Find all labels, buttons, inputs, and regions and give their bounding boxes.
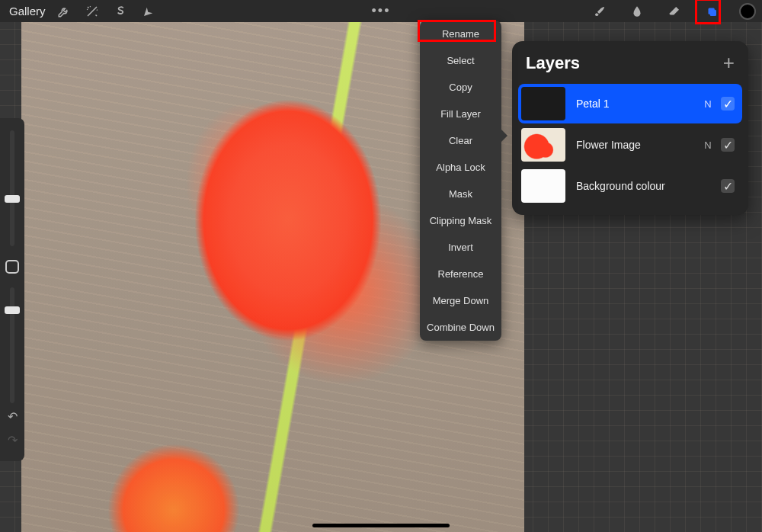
- layer-thumbnail: [521, 87, 565, 120]
- ctx-invert[interactable]: Invert: [420, 234, 501, 261]
- layer-row-flower-image[interactable]: Flower Image N ✓: [518, 125, 742, 165]
- smudge-tool-icon[interactable]: [627, 2, 646, 21]
- layer-row-petal-1[interactable]: Petal 1 N ✓: [518, 84, 742, 123]
- layer-name-label: Flower Image: [565, 139, 701, 151]
- home-indicator: [312, 524, 450, 527]
- brush-opacity-thumb[interactable]: [5, 306, 20, 314]
- layer-visibility-checkbox[interactable]: ✓: [721, 138, 735, 152]
- layers-panel-toggle[interactable]: [702, 2, 721, 21]
- layer-thumbnail: [521, 128, 565, 162]
- ctx-mask[interactable]: Mask: [420, 181, 501, 207]
- layer-blend-mode[interactable]: N: [701, 98, 715, 110]
- selection-s-icon[interactable]: [111, 2, 130, 21]
- ctx-merge-down[interactable]: Merge Down: [420, 287, 501, 314]
- modify-menu-button[interactable]: •••: [372, 3, 391, 19]
- svg-rect-1: [709, 9, 716, 15]
- context-menu-pointer: [501, 130, 507, 142]
- gallery-button[interactable]: Gallery: [9, 5, 46, 18]
- layer-context-menu: Rename Select Copy Fill Layer Clear Alph…: [420, 21, 501, 341]
- ctx-clipping-mask[interactable]: Clipping Mask: [420, 207, 501, 234]
- ctx-fill-layer[interactable]: Fill Layer: [420, 101, 501, 127]
- layers-panel: Layers + Petal 1 N ✓ Flower Image N ✓ Ba…: [512, 41, 748, 215]
- adjustments-wand-icon[interactable]: [83, 2, 102, 21]
- layers-panel-title: Layers: [526, 53, 580, 73]
- ctx-select[interactable]: Select: [420, 47, 501, 74]
- layer-thumbnail: [521, 169, 565, 203]
- layer-visibility-checkbox[interactable]: ✓: [721, 97, 735, 111]
- layer-visibility-checkbox[interactable]: ✓: [721, 179, 735, 193]
- layer-name-label: Petal 1: [565, 98, 701, 110]
- eraser-tool-icon[interactable]: [664, 2, 684, 21]
- add-layer-button[interactable]: +: [723, 57, 735, 69]
- ctx-combine-down[interactable]: Combine Down: [420, 314, 501, 341]
- redo-button[interactable]: ↷: [8, 433, 18, 447]
- modifier-button[interactable]: [5, 260, 19, 274]
- brush-tool-icon[interactable]: [590, 2, 609, 21]
- brush-size-slider[interactable]: [10, 130, 14, 246]
- top-toolbar: Gallery •••: [0, 0, 762, 22]
- layer-row-background-colour[interactable]: Background colour ✓: [518, 166, 742, 206]
- layer-name-label: Background colour: [565, 180, 701, 192]
- ctx-copy[interactable]: Copy: [420, 74, 501, 101]
- ctx-rename[interactable]: Rename: [420, 21, 501, 47]
- actions-wrench-icon[interactable]: [55, 2, 74, 21]
- layer-blend-mode[interactable]: N: [701, 139, 715, 151]
- active-color-swatch[interactable]: [739, 3, 756, 20]
- ctx-alpha-lock[interactable]: Alpha Lock: [420, 154, 501, 181]
- ctx-clear[interactable]: Clear: [420, 127, 501, 154]
- left-sidebar: ↶ ↷: [0, 118, 24, 461]
- transform-arrow-icon[interactable]: [139, 2, 158, 21]
- layer-list: Petal 1 N ✓ Flower Image N ✓ Background …: [512, 84, 748, 215]
- ctx-reference[interactable]: Reference: [420, 261, 501, 287]
- brush-size-thumb[interactable]: [5, 195, 20, 203]
- brush-opacity-slider[interactable]: [10, 287, 14, 403]
- undo-button[interactable]: ↶: [8, 409, 18, 424]
